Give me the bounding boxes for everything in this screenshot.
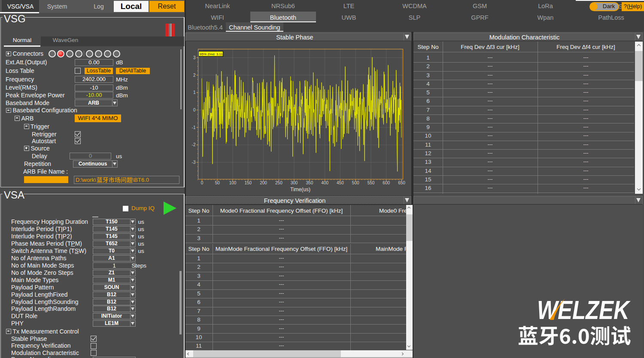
svg-text:300: 300 xyxy=(291,181,298,185)
svg-text:95% Zmd: 3.11: 95% Zmd: 3.11 xyxy=(200,52,223,56)
svg-text:50: 50 xyxy=(215,181,220,185)
svg-text:150: 150 xyxy=(244,181,252,185)
svg-text:-2: -2 xyxy=(192,142,196,147)
svg-text:550: 550 xyxy=(368,181,375,185)
svg-text:0: 0 xyxy=(201,181,204,185)
svg-text:1: 1 xyxy=(193,90,196,95)
svg-text:0: 0 xyxy=(193,108,196,112)
svg-text:450: 450 xyxy=(337,181,344,185)
svg-text:3: 3 xyxy=(193,55,196,60)
svg-text:400: 400 xyxy=(321,181,328,185)
svg-text:500: 500 xyxy=(352,181,359,185)
svg-text:350: 350 xyxy=(306,181,313,185)
svg-text:200: 200 xyxy=(260,181,267,185)
svg-text:-1: -1 xyxy=(192,125,196,130)
svg-text:250: 250 xyxy=(275,181,283,185)
svg-text:650: 650 xyxy=(398,181,405,185)
svg-text:100: 100 xyxy=(229,181,237,185)
svg-text:600: 600 xyxy=(383,181,390,185)
svg-text:2: 2 xyxy=(193,73,196,78)
svg-text:-3: -3 xyxy=(192,160,196,165)
svg-text:Time(us): Time(us) xyxy=(290,187,310,193)
